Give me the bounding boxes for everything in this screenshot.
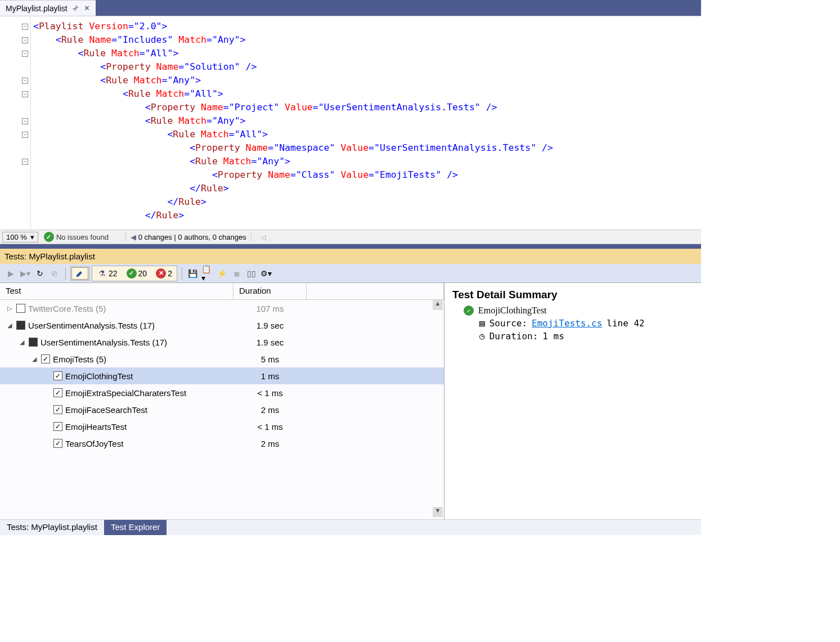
scroll-down-icon[interactable]: ▼ (433, 507, 443, 517)
tests-panel-header: Tests: MyPlaylist.playlist (0, 249, 701, 264)
document-icon: ▤ (479, 318, 485, 329)
fold-icon[interactable]: − (22, 78, 28, 84)
test-label: UserSentimentAnalysis.Tests (17) (28, 321, 155, 330)
group-by-button[interactable]: ≣ (231, 267, 243, 280)
tree-rows: ▷TwitterCore.Tests (5)107 ms◢UserSentime… (0, 300, 444, 519)
tree-row[interactable]: ◢UserSentimentAnalysis.Tests (17)1.9 sec (0, 334, 444, 351)
code-line[interactable]: <Property Name="Project" Value="UserSent… (31, 101, 701, 114)
tree-row[interactable]: ✓EmojiFaceSearchTest2 ms (0, 401, 444, 418)
settings-button[interactable]: ⚙▾ (260, 267, 272, 280)
scroll-up-icon[interactable]: ▲ (433, 300, 443, 310)
edit-playlist-button[interactable] (71, 267, 88, 280)
tree-row[interactable]: ✓EmojiClothingTest1 ms (0, 367, 444, 384)
checkbox-icon[interactable]: ✓ (53, 388, 62, 397)
duration-value: 2 ms (233, 439, 307, 448)
expander-icon[interactable]: ◢ (6, 322, 14, 329)
fold-icon[interactable]: − (22, 51, 28, 57)
repeat-button[interactable]: ↻ (34, 267, 46, 280)
detail-title: Test Detail Summary (452, 289, 693, 301)
code-line[interactable]: <Rule Match="Any"> (31, 74, 701, 87)
playlist-button[interactable]: 📋▾ (201, 267, 214, 280)
error-icon: ✕ (156, 268, 166, 279)
test-toolbar: ▶ ▶▾ ↻ ⊘ ⚗22 ✓20 ✕2 💾 📋▾ ⚡ ≣ ▯▯ ⚙▾ (0, 264, 701, 283)
splitter[interactable] (0, 244, 701, 249)
checkbox-icon[interactable] (16, 321, 25, 330)
check-icon: ✓ (44, 232, 54, 242)
run-all-button[interactable]: ▶ (5, 267, 17, 280)
fold-icon[interactable]: − (22, 159, 28, 165)
fold-icon[interactable]: − (22, 132, 28, 138)
fold-icon[interactable]: − (22, 24, 28, 30)
code-area[interactable]: <Playlist Version="2.0"> <Rule Name="Inc… (31, 16, 701, 230)
bottom-tab-bar: Tests: MyPlaylist.playlist Test Explorer (0, 519, 701, 535)
bottom-tab-explorer[interactable]: Test Explorer (104, 520, 167, 535)
failed-tests-pill[interactable]: ✕2 (152, 267, 176, 280)
test-name: EmojiClothingTest (478, 306, 547, 316)
run-after-build-button[interactable]: ⚡ (216, 267, 228, 280)
checkbox-icon[interactable] (29, 338, 38, 347)
close-icon[interactable]: ✕ (84, 4, 90, 12)
save-button[interactable]: 💾 (187, 267, 199, 280)
tree-row[interactable]: ✓TearsOfJoyTest2 ms (0, 435, 444, 452)
tree-row[interactable]: ✓EmojiExtraSpecialCharatersTest< 1 ms (0, 384, 444, 401)
column-test[interactable]: Test (0, 283, 233, 299)
test-label: EmojiExtraSpecialCharatersTest (65, 388, 186, 398)
checkbox-icon[interactable]: ✓ (53, 439, 62, 448)
checkbox-icon[interactable] (16, 304, 25, 313)
code-line[interactable]: <Property Name="Solution" /> (31, 60, 701, 74)
code-line[interactable]: <Rule Name="Includes" Match="Any"> (31, 33, 701, 47)
expander-icon[interactable]: ◢ (18, 339, 26, 346)
code-line[interactable]: <Playlist Version="2.0"> (31, 20, 701, 33)
code-line[interactable]: <Rule Match="All"> (31, 128, 701, 141)
run-button[interactable]: ▶▾ (19, 267, 32, 280)
checkbox-icon[interactable]: ✓ (41, 354, 50, 363)
code-editor[interactable]: −−−−−−−− <Playlist Version="2.0"> <Rule … (0, 16, 701, 230)
test-label: TearsOfJoyTest (65, 439, 123, 448)
fold-icon[interactable]: − (22, 118, 28, 124)
code-line[interactable]: </Rule> (31, 195, 701, 209)
test-detail-panel: Test Detail Summary ✓ EmojiClothingTest … (444, 283, 701, 519)
passed-tests-pill[interactable]: ✓20 (123, 267, 151, 280)
column-duration[interactable]: Duration (233, 283, 307, 299)
columns-button[interactable]: ▯▯ (245, 267, 258, 280)
checkbox-icon[interactable]: ✓ (53, 405, 62, 414)
editor-status-bar: 100 %▾ ✓ No issues found ◀ 0 changes | 0… (0, 230, 701, 244)
code-line[interactable]: <Rule Match="All"> (31, 47, 701, 60)
duration-value: < 1 ms (233, 422, 307, 432)
tab-title: MyPlaylist.playlist (6, 4, 68, 13)
code-line[interactable]: <Property Name="Namespace" Value="UserSe… (31, 141, 701, 155)
checkbox-icon[interactable]: ✓ (53, 422, 62, 431)
codelens-changes[interactable]: ◀ 0 changes | 0 authors, 0 changes (125, 233, 251, 241)
code-line[interactable]: <Rule Match="Any"> (31, 114, 701, 128)
test-label: UserSentimentAnalysis.Tests (17) (41, 338, 167, 347)
test-label: EmojiClothingTest (65, 371, 133, 381)
code-line[interactable]: <Rule Match="All"> (31, 87, 701, 101)
bottom-tab-tests[interactable]: Tests: MyPlaylist.playlist (0, 520, 104, 535)
code-line[interactable]: <Property Name="Class" Value="EmojiTests… (31, 168, 701, 182)
zoom-dropdown[interactable]: 100 %▾ (2, 232, 38, 243)
fold-icon[interactable]: − (22, 37, 28, 43)
duration-value: < 1 ms (233, 388, 307, 398)
total-tests-pill[interactable]: ⚗22 (93, 267, 122, 280)
checkbox-icon[interactable]: ✓ (53, 371, 62, 380)
expander-icon[interactable]: ◢ (30, 356, 38, 363)
code-line[interactable]: <Rule Match="Any"> (31, 155, 701, 168)
check-icon: ✓ (464, 306, 474, 316)
document-tab[interactable]: MyPlaylist.playlist ⊼ ✕ (0, 0, 96, 16)
tree-row[interactable]: ✓EmojiHeartsTest< 1 ms (0, 418, 444, 435)
tree-row[interactable]: ▷TwitterCore.Tests (5)107 ms (0, 300, 444, 317)
code-line[interactable]: </Rule> (31, 182, 701, 195)
fold-icon[interactable]: − (22, 91, 28, 97)
test-label: EmojiFaceSearchTest (65, 405, 147, 415)
tree-row[interactable]: ◢✓EmojiTests (5)5 ms (0, 351, 444, 367)
chevron-down-icon: ▾ (30, 233, 34, 241)
expander-icon[interactable]: ▷ (6, 305, 14, 312)
cancel-button[interactable]: ⊘ (48, 267, 61, 280)
source-link[interactable]: EmojiTests.cs (532, 318, 602, 329)
issues-indicator[interactable]: ✓ No issues found (44, 232, 109, 242)
test-label: EmojiHeartsTest (65, 422, 127, 432)
code-line[interactable]: </Rule> (31, 209, 701, 222)
gutter: −−−−−−−− (0, 16, 31, 230)
pin-icon[interactable]: ⊼ (71, 3, 80, 12)
tree-row[interactable]: ◢UserSentimentAnalysis.Tests (17)1.9 sec (0, 317, 444, 334)
